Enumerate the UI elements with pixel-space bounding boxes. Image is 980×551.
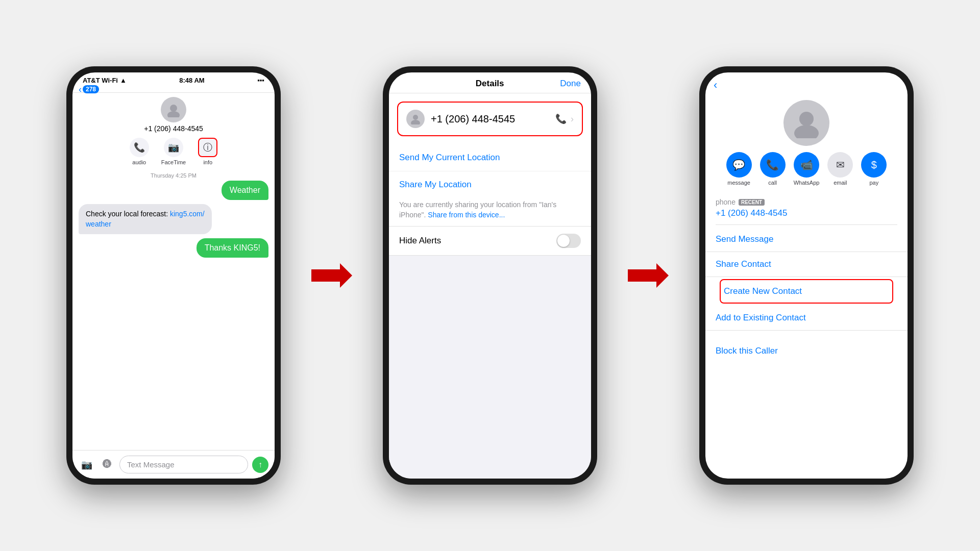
contact-area: +1 (206) 448-4545 bbox=[72, 93, 275, 135]
recent-badge: RECENT bbox=[739, 199, 765, 206]
phone3-nav: ‹ bbox=[705, 72, 908, 96]
appstore-icon[interactable]: 🅐 bbox=[99, 457, 115, 473]
phone-section-label: phone RECENT bbox=[716, 198, 897, 206]
phone3-phone-section: phone RECENT +1 (206) 448-4545 bbox=[705, 194, 908, 227]
gray-section bbox=[389, 256, 591, 479]
phone-call-icon[interactable]: 📞 bbox=[555, 113, 567, 124]
message-weather: Weather bbox=[79, 181, 268, 200]
message-icon: 💬 bbox=[726, 152, 752, 178]
svg-point-4 bbox=[411, 120, 420, 124]
hide-alerts-row: Hide Alerts bbox=[389, 227, 591, 256]
share-device-link[interactable]: Share from this device... bbox=[428, 211, 505, 219]
hide-alerts-label: Hide Alerts bbox=[399, 236, 441, 246]
svg-point-6 bbox=[799, 112, 814, 126]
chevron-right-icon: › bbox=[571, 114, 574, 124]
messages-list: Weather Check your local forecast: king5… bbox=[72, 181, 275, 258]
phone-2: Details Done +1 (206) 448-4545 📞 › Send … bbox=[383, 66, 597, 485]
phone-2-screen: Details Done +1 (206) 448-4545 📞 › Send … bbox=[389, 72, 591, 479]
input-bar: 📷 🅐 Text Message ↑ bbox=[72, 450, 275, 479]
action-buttons: 📞 audio 📷 FaceTime ⓘ info bbox=[72, 135, 275, 168]
carrier-label: AT&T Wi-Fi bbox=[83, 77, 118, 84]
phone3-number[interactable]: +1 (206) 448-4545 bbox=[716, 206, 897, 225]
create-new-contact-item[interactable]: Create New Contact bbox=[720, 279, 893, 304]
create-new-contact-label: Create New Contact bbox=[724, 286, 802, 296]
audio-icon: 📞 bbox=[130, 138, 149, 157]
call-action[interactable]: 📞 call bbox=[760, 152, 786, 186]
info-action[interactable]: ⓘ info bbox=[198, 138, 217, 165]
forecast-link[interactable]: king5.com/weather bbox=[86, 210, 205, 228]
message-thanks: Thanks KING5! bbox=[79, 238, 268, 258]
nav-bar-1: ‹ 278 bbox=[72, 86, 275, 93]
svg-point-1 bbox=[167, 111, 180, 117]
text-message-input[interactable]: Text Message bbox=[119, 456, 248, 473]
whatsapp-icon: 📹 bbox=[794, 152, 819, 178]
email-action[interactable]: ✉ email bbox=[827, 152, 853, 186]
add-existing-contact-item[interactable]: Add to Existing Contact bbox=[705, 306, 908, 331]
facetime-icon: 📷 bbox=[164, 138, 183, 157]
pay-action[interactable]: $ pay bbox=[861, 152, 887, 186]
facetime-label: FaceTime bbox=[161, 159, 186, 165]
whatsapp-label: WhatsApp bbox=[794, 180, 820, 186]
pay-icon: $ bbox=[861, 152, 887, 178]
message-forecast: Check your local forecast: king5.com/wea… bbox=[79, 204, 268, 234]
phone3-avatar-area bbox=[705, 96, 908, 152]
phone-number-row[interactable]: +1 (206) 448-4545 📞 › bbox=[397, 102, 583, 136]
details-phone-number: +1 (206) 448-4545 bbox=[431, 113, 549, 125]
back-count-badge: 278 bbox=[83, 85, 99, 93]
info-label: info bbox=[203, 159, 212, 165]
send-button[interactable]: ↑ bbox=[252, 457, 268, 473]
info-icon: ⓘ bbox=[198, 138, 217, 157]
email-label: email bbox=[834, 180, 847, 186]
share-location-item[interactable]: Share My Location bbox=[389, 171, 591, 198]
time-label: 8:48 AM bbox=[179, 77, 204, 84]
phone-1-screen: AT&T Wi-Fi ▲ 8:48 AM ▪▪▪ ‹ 278 +1 ( bbox=[72, 72, 275, 479]
status-right: ▪▪▪ bbox=[257, 77, 264, 84]
pay-label: pay bbox=[870, 180, 879, 186]
details-header: Details Done bbox=[389, 72, 591, 93]
message-label: message bbox=[727, 180, 750, 186]
done-button[interactable]: Done bbox=[560, 79, 581, 89]
svg-point-3 bbox=[413, 115, 418, 120]
phone-1: AT&T Wi-Fi ▲ 8:48 AM ▪▪▪ ‹ 278 +1 ( bbox=[66, 66, 281, 485]
phone-3: ‹ 💬 message 📞 call 📹 WhatsAp bbox=[699, 66, 914, 485]
facetime-action[interactable]: 📷 FaceTime bbox=[161, 138, 186, 165]
share-contact-item[interactable]: Share Contact bbox=[705, 252, 908, 277]
send-message-item[interactable]: Send Message bbox=[705, 227, 908, 252]
whatsapp-action[interactable]: 📹 WhatsApp bbox=[794, 152, 820, 186]
bubble-thanks: Thanks KING5! bbox=[197, 238, 268, 258]
block-caller-item[interactable]: Block this Caller bbox=[705, 339, 908, 363]
phone3-action-row: 💬 message 📞 call 📹 WhatsApp ✉ email $ pa… bbox=[705, 152, 908, 194]
phone-number-1: +1 (206) 448-4545 bbox=[144, 124, 203, 133]
battery-icon: ▪▪▪ bbox=[257, 77, 264, 84]
status-bar-1: AT&T Wi-Fi ▲ 8:48 AM ▪▪▪ bbox=[72, 72, 275, 86]
svg-point-7 bbox=[794, 125, 819, 138]
toggle-knob bbox=[557, 235, 570, 247]
phone-label-text: phone bbox=[716, 198, 736, 206]
send-location-item[interactable]: Send My Current Location bbox=[389, 144, 591, 171]
call-label: call bbox=[768, 180, 777, 186]
details-title: Details bbox=[476, 79, 504, 89]
audio-action[interactable]: 📞 audio bbox=[130, 138, 149, 165]
message-action[interactable]: 💬 message bbox=[726, 152, 752, 186]
arrow-1 bbox=[311, 260, 352, 291]
status-left: AT&T Wi-Fi ▲ bbox=[83, 77, 127, 84]
email-icon: ✉ bbox=[827, 152, 853, 178]
timestamp: Thursday 4:25 PM bbox=[72, 168, 275, 181]
audio-label: audio bbox=[132, 159, 146, 165]
contact-avatar-icon bbox=[406, 110, 425, 128]
wifi-icon: ▲ bbox=[120, 77, 127, 84]
phone-3-screen: ‹ 💬 message 📞 call 📹 WhatsAp bbox=[705, 72, 908, 479]
hide-alerts-toggle[interactable] bbox=[556, 234, 581, 248]
camera-icon[interactable]: 📷 bbox=[79, 457, 95, 473]
svg-marker-2 bbox=[311, 263, 352, 288]
phone3-avatar bbox=[783, 100, 829, 146]
back-button-1[interactable]: ‹ 278 bbox=[79, 84, 99, 95]
call-icons: 📞 › bbox=[555, 113, 574, 124]
avatar bbox=[161, 97, 186, 122]
bubble-forecast: Check your local forecast: king5.com/wea… bbox=[79, 204, 212, 234]
arrow-2 bbox=[628, 260, 669, 291]
bubble-weather: Weather bbox=[222, 181, 268, 200]
back-chevron-3[interactable]: ‹ bbox=[714, 79, 717, 92]
svg-marker-5 bbox=[628, 263, 669, 288]
svg-point-0 bbox=[170, 105, 177, 112]
